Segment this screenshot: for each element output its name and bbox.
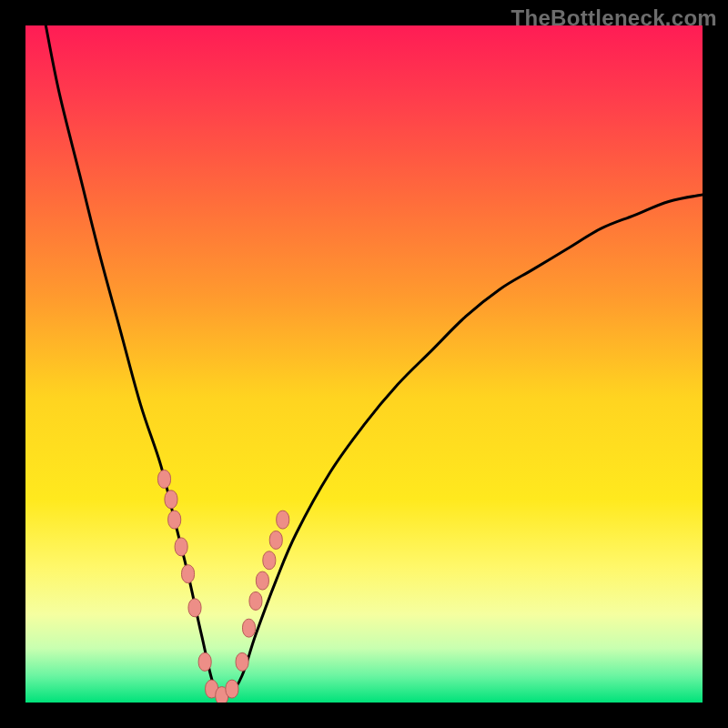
marker-dot [256, 571, 268, 590]
marker-dot [182, 565, 195, 583]
marker-dot [175, 538, 187, 556]
marker-dot [249, 592, 262, 610]
marker-dot [198, 652, 211, 671]
marker-dot [277, 511, 289, 529]
marker-dot [243, 619, 256, 637]
plot-area [25, 25, 703, 703]
watermark-text: TheBottleneck.com [511, 5, 717, 31]
highlight-markers [158, 470, 289, 703]
marker-dot [269, 531, 282, 549]
marker-dot [236, 652, 248, 671]
marker-dot [158, 470, 171, 488]
marker-dot [168, 511, 181, 529]
chart-frame: TheBottleneck.com [0, 0, 728, 728]
marker-dot [188, 599, 201, 617]
curve-layer [25, 25, 703, 703]
marker-dot [226, 680, 238, 698]
bottleneck-curve [46, 25, 703, 698]
marker-dot [263, 551, 276, 570]
marker-dot [165, 490, 177, 509]
